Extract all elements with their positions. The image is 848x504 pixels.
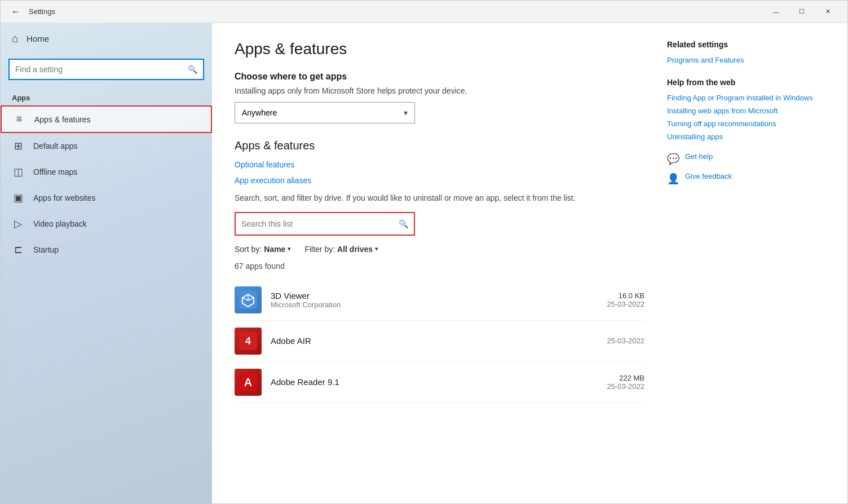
sidebar-home-item[interactable]: ⌂ Home	[1, 23, 212, 54]
sidebar-search-box[interactable]: 🔍	[8, 59, 204, 80]
get-help-icon: 💬	[667, 153, 679, 165]
minimize-button[interactable]: —	[763, 1, 789, 23]
sidebar-item-video-playback[interactable]: ▷ Video playback	[1, 211, 212, 237]
search-list-icon: 🔍	[399, 219, 408, 228]
sort-by-value: Name	[264, 245, 285, 254]
anywhere-dropdown[interactable]: Anywhere ▾	[235, 102, 415, 123]
search-list-container: 🔍	[235, 212, 644, 236]
app-info-3d-viewer: 3D Viewer Microsoft Corporation	[271, 291, 598, 309]
sidebar-search-icon: 🔍	[188, 65, 197, 74]
related-settings-title: Related settings	[667, 40, 825, 49]
dropdown-arrow-icon: ▾	[404, 108, 408, 117]
titlebar-left: ← Settings	[7, 3, 55, 20]
choose-where-title: Choose where to get apps	[235, 72, 644, 82]
app-name-adobe-reader: Adobe Reader 9.1	[271, 377, 598, 387]
back-button[interactable]: ←	[7, 3, 24, 20]
sidebar-item-apps-websites[interactable]: ▣ Apps for websites	[1, 185, 212, 211]
app-meta-adobe-air: 25-03-2022	[607, 337, 645, 345]
app-name-adobe-air: Adobe AIR	[271, 336, 598, 346]
filter-by-chevron-icon: ▾	[375, 245, 378, 253]
search-list-input[interactable]	[241, 219, 394, 228]
page-title: Apps & features	[235, 40, 644, 58]
help-from-web-title: Help from the web	[667, 78, 825, 87]
app-name-3d-viewer: 3D Viewer	[271, 291, 598, 300]
sidebar-item-video-playback-label: Video playback	[33, 219, 87, 228]
apps-count: 67 apps found	[235, 262, 644, 271]
offline-maps-icon: ◫	[12, 166, 24, 178]
sidebar-item-default-apps-label: Default apps	[33, 142, 78, 151]
app-date-adobe-reader: 25-03-2022	[607, 382, 645, 391]
default-apps-icon: ⊞	[12, 140, 24, 152]
apps-features-section: Apps & features Optional features App ex…	[235, 139, 644, 403]
dropdown-wrapper: Anywhere ▾	[235, 102, 644, 123]
search-list-box[interactable]: 🔍	[235, 212, 415, 236]
give-feedback-item[interactable]: 👤 Give feedback	[667, 172, 825, 185]
titlebar: ← Settings — ☐ ✕	[1, 1, 847, 23]
help-from-web-section: Help from the web Finding App or Program…	[667, 78, 825, 141]
give-feedback-icon: 👤	[667, 173, 679, 185]
titlebar-title: Settings	[29, 7, 55, 16]
svg-text:A: A	[244, 375, 252, 388]
app-item-adobe-reader[interactable]: A Adobe Reader 9.1 222 MB 25-03-2022	[235, 362, 644, 403]
sidebar-item-apps-websites-label: Apps for websites	[33, 193, 96, 202]
content-area: Apps & features Choose where to get apps…	[212, 23, 847, 503]
app-size-adobe-reader: 222 MB	[607, 374, 645, 382]
settings-window: ← Settings — ☐ ✕ ⌂ Home 🔍 Apps	[0, 0, 848, 504]
app-meta-adobe-reader: 222 MB 25-03-2022	[607, 374, 645, 391]
sidebar-item-offline-maps-label: Offline maps	[33, 167, 77, 176]
give-feedback-link[interactable]: Give feedback	[685, 172, 732, 180]
sidebar-search-container: 🔍	[1, 54, 212, 89]
help-link-turning-off[interactable]: Turning off app recommendations	[667, 120, 825, 128]
app-item-adobe-air[interactable]: 4 Adobe AIR 25-03-2022	[235, 321, 644, 362]
sidebar-item-offline-maps[interactable]: ◫ Offline maps	[1, 159, 212, 185]
help-link-installing-web[interactable]: Installing web apps from Microsoft	[667, 107, 825, 115]
sort-by-control[interactable]: Sort by: Name ▾	[235, 245, 291, 254]
filter-by-control[interactable]: Filter by: All drives ▾	[304, 245, 378, 254]
app-list: 3D Viewer Microsoft Corporation 16.0 KB …	[235, 280, 644, 403]
svg-text:4: 4	[245, 335, 251, 347]
get-help-link[interactable]: Get help	[685, 152, 713, 161]
app-size-3d-viewer: 16.0 KB	[607, 291, 645, 300]
app-date-3d-viewer: 25-03-2022	[607, 300, 645, 308]
app-date-adobe-air: 25-03-2022	[607, 337, 645, 345]
startup-icon: ⊏	[12, 244, 24, 256]
sidebar-section-label: Apps	[1, 89, 212, 105]
apps-websites-icon: ▣	[12, 192, 24, 204]
choose-where-subtitle: Installing apps only from Microsoft Stor…	[235, 86, 644, 95]
help-link-uninstalling[interactable]: Uninstalling apps	[667, 132, 825, 141]
optional-features-link[interactable]: Optional features	[235, 160, 644, 169]
app-icon-adobe-air: 4	[235, 328, 262, 355]
app-item-3d-viewer[interactable]: 3D Viewer Microsoft Corporation 16.0 KB …	[235, 280, 644, 321]
apps-features-section-title: Apps & features	[235, 139, 644, 152]
sort-by-chevron-icon: ▾	[288, 245, 291, 253]
sidebar-item-apps-features-label: Apps & features	[34, 115, 91, 124]
help-link-finding-app[interactable]: Finding App or Program installed in Wind…	[667, 94, 825, 102]
sidebar-item-startup[interactable]: ⊏ Startup	[1, 237, 212, 263]
dropdown-value: Anywhere	[242, 108, 277, 117]
app-icon-3d-viewer	[235, 286, 262, 313]
sort-filter-row: Sort by: Name ▾ Filter by: All drives ▾	[235, 245, 644, 254]
apps-features-icon: ≡	[13, 113, 25, 125]
maximize-button[interactable]: ☐	[789, 1, 815, 23]
video-playback-icon: ▷	[12, 218, 24, 230]
filter-by-label: Filter by:	[304, 245, 335, 254]
programs-and-features-link[interactable]: Programs and Features	[667, 56, 825, 64]
home-icon: ⌂	[12, 32, 19, 45]
sidebar-item-startup-label: Startup	[33, 245, 59, 254]
app-meta-3d-viewer: 16.0 KB 25-03-2022	[607, 291, 645, 308]
close-button[interactable]: ✕	[815, 1, 841, 23]
get-help-item[interactable]: 💬 Get help	[667, 152, 825, 165]
sidebar: ⌂ Home 🔍 Apps ≡ Apps & features ⊞ Defaul…	[1, 23, 212, 503]
sidebar-item-apps-features[interactable]: ≡ Apps & features	[1, 105, 212, 133]
content-main: Apps & features Choose where to get apps…	[235, 40, 644, 487]
filter-by-value: All drives	[337, 245, 373, 254]
sidebar-search-input[interactable]	[15, 65, 183, 74]
app-info-adobe-air: Adobe AIR	[271, 336, 598, 346]
app-info-adobe-reader: Adobe Reader 9.1	[271, 377, 598, 387]
home-label: Home	[26, 34, 49, 43]
filter-description: Search, sort, and filter by drive. If yo…	[235, 193, 644, 204]
sidebar-item-default-apps[interactable]: ⊞ Default apps	[1, 133, 212, 159]
app-execution-link[interactable]: App execution aliases	[235, 176, 644, 185]
app-icon-adobe-reader: A	[235, 369, 262, 396]
main-layout: ⌂ Home 🔍 Apps ≡ Apps & features ⊞ Defaul…	[1, 23, 847, 503]
